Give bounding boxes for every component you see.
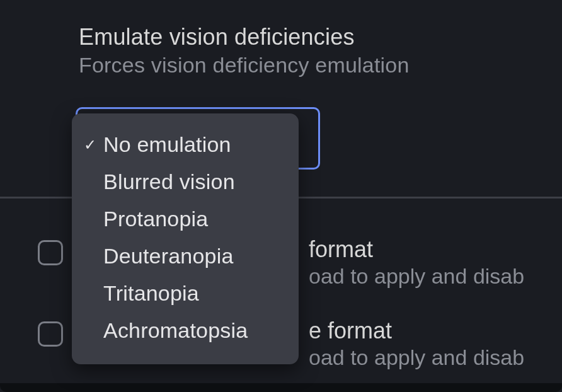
option-label: Deuteranopia xyxy=(100,244,234,268)
check-icon: ✓ xyxy=(81,136,100,154)
option-no-emulation[interactable]: ✓ No emulation xyxy=(72,126,299,163)
option-tritanopia[interactable]: Tritanopia xyxy=(72,275,299,312)
checkbox-1[interactable] xyxy=(38,240,63,265)
emulation-dropdown[interactable]: ✓ No emulation Blurred vision Protanopia… xyxy=(72,113,299,364)
option-achromatopsia[interactable]: Achromatopsia xyxy=(72,312,299,349)
row-1-sub: oad to apply and disab xyxy=(309,264,524,289)
checkbox-2[interactable] xyxy=(38,321,63,347)
option-label: Tritanopia xyxy=(100,281,199,306)
option-label: Achromatopsia xyxy=(100,318,248,343)
bottom-edge xyxy=(0,383,562,392)
option-blurred-vision[interactable]: Blurred vision xyxy=(72,163,299,200)
setting-title: Emulate vision deficiencies xyxy=(79,24,355,50)
option-label: Blurred vision xyxy=(100,170,235,194)
option-deuteranopia[interactable]: Deuteranopia xyxy=(72,238,299,275)
setting-description: Forces vision deficiency emulation xyxy=(79,53,410,78)
row-2-sub: oad to apply and disab xyxy=(309,345,524,370)
row-2-title: e format xyxy=(309,318,524,344)
option-label: Protanopia xyxy=(100,207,208,231)
option-label: No emulation xyxy=(100,132,231,157)
row-1-title: format xyxy=(309,236,524,263)
option-protanopia[interactable]: Protanopia xyxy=(72,200,299,238)
